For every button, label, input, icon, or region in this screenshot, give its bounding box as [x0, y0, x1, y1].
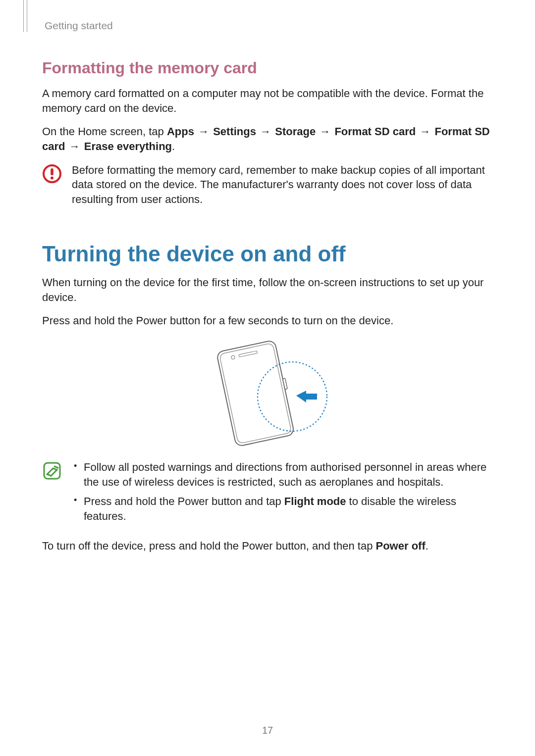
device-power-illustration	[42, 337, 493, 446]
paragraph: When turning on the device for the first…	[42, 275, 493, 304]
svg-line-14	[51, 470, 57, 476]
svg-line-15	[54, 466, 58, 468]
svg-marker-9	[296, 391, 317, 403]
nav-step: Apps	[167, 125, 194, 138]
nav-step: Format SD card	[334, 125, 416, 138]
press-arrow-icon	[296, 391, 317, 403]
svg-rect-4	[219, 343, 292, 444]
paragraph: Press and hold the Power button for a fe…	[42, 313, 493, 328]
text-bold: Flight mode	[284, 495, 346, 507]
list-item: Follow all posted warnings and direction…	[72, 460, 493, 489]
warning-callout: Before formatting the memory card, remem…	[42, 163, 493, 207]
paragraph: To turn off the device, press and hold t…	[42, 539, 493, 554]
note-callout: Follow all posted warnings and direction…	[42, 460, 493, 529]
running-head: Getting started	[42, 20, 493, 32]
warning-icon	[42, 164, 62, 186]
arrow-icon: →	[68, 140, 81, 152]
manual-page: Getting started Formatting the memory ca…	[0, 0, 535, 756]
text: Press and hold the Power button and tap	[84, 495, 284, 507]
page-number: 17	[0, 725, 535, 736]
svg-rect-10	[44, 463, 60, 479]
note-icon	[42, 461, 62, 483]
text: On the Home screen, tap	[42, 125, 167, 138]
nav-step: Erase everything	[84, 140, 172, 152]
text-bold: Power off	[376, 540, 426, 552]
svg-line-11	[47, 468, 53, 474]
warning-text: Before formatting the memory card, remem…	[72, 163, 493, 207]
paragraph-nav-path: On the Home screen, tap Apps → Settings …	[42, 124, 493, 153]
tab-marker	[23, 0, 27, 32]
text: .	[426, 540, 428, 552]
paragraph: A memory card formatted on a computer ma…	[42, 86, 493, 115]
heading-turning-device-on-off: Turning the device on and off	[42, 242, 493, 266]
text: To turn off the device, press and hold t…	[42, 540, 376, 552]
note-list: Follow all posted warnings and direction…	[72, 460, 493, 529]
text: .	[172, 140, 175, 152]
svg-rect-1	[51, 168, 54, 175]
arrow-icon: →	[259, 125, 272, 138]
nav-step: Settings	[213, 125, 256, 138]
text: Follow all posted warnings and direction…	[84, 461, 486, 488]
nav-step: Storage	[275, 125, 316, 138]
arrow-icon: →	[419, 125, 431, 138]
arrow-icon: →	[319, 125, 331, 138]
list-item: Press and hold the Power button and tap …	[72, 494, 493, 523]
svg-point-2	[51, 176, 54, 179]
heading-formatting-memory-card: Formatting the memory card	[42, 59, 493, 77]
arrow-icon: →	[197, 125, 210, 138]
